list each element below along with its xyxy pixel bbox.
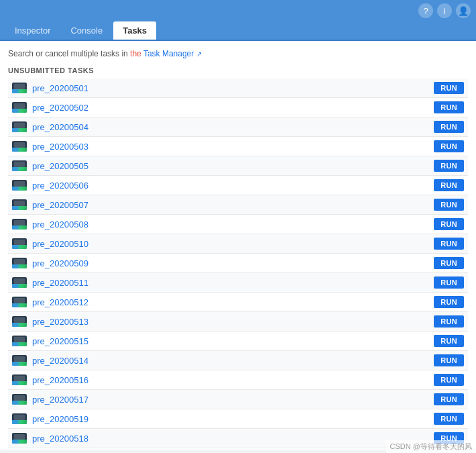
run-button[interactable]: RUN: [434, 315, 464, 328]
task-row: pre_20200516RUN: [8, 370, 468, 390]
task-name[interactable]: pre_20200516: [32, 375, 428, 385]
run-button[interactable]: RUN: [434, 218, 464, 230]
task-name[interactable]: pre_20200508: [32, 219, 428, 230]
task-thumbnail-icon: [12, 433, 27, 444]
task-manager-link[interactable]: Task Manager: [143, 49, 194, 58]
info-icon[interactable]: i: [437, 3, 452, 18]
info-the: the: [130, 49, 143, 58]
info-prefix: Search or cancel multiple tasks in: [8, 49, 128, 58]
task-thumbnail-icon: [12, 297, 27, 307]
task-name[interactable]: pre_20200506: [32, 181, 428, 191]
task-row: pre_20200501RUN: [8, 79, 468, 98]
task-thumbnail-icon: [12, 219, 27, 230]
task-name[interactable]: pre_20200517: [32, 395, 428, 405]
task-row: pre_20200513RUN: [8, 312, 468, 332]
task-thumbnail-icon: [12, 394, 27, 405]
run-button[interactable]: RUN: [434, 121, 464, 133]
run-button[interactable]: RUN: [434, 374, 464, 386]
main-content: Search or cancel multiple tasks in the T…: [0, 41, 476, 450]
task-row: pre_20200515RUN: [8, 332, 468, 351]
task-thumbnail-icon: [12, 316, 27, 327]
watermark: CSDN @等待看冬天的风: [386, 440, 476, 453]
task-thumbnail-icon: [12, 238, 27, 249]
task-name[interactable]: pre_20200505: [32, 161, 428, 171]
task-name[interactable]: pre_20200511: [32, 278, 428, 288]
task-name[interactable]: pre_20200504: [32, 122, 428, 132]
run-button[interactable]: RUN: [434, 160, 464, 172]
task-thumbnail-icon: [12, 258, 27, 268]
task-row: pre_20200510RUN: [8, 234, 468, 254]
run-button[interactable]: RUN: [434, 393, 464, 405]
task-thumbnail-icon: [12, 160, 27, 171]
task-row: pre_20200508RUN: [8, 215, 468, 234]
section-title: UNSUBMITTED TASKS: [8, 66, 468, 74]
run-button[interactable]: RUN: [434, 335, 464, 347]
task-name[interactable]: pre_20200509: [32, 258, 428, 268]
task-row: pre_20200514RUN: [8, 351, 468, 370]
task-thumbnail-icon: [12, 199, 27, 210]
task-row: pre_20200512RUN: [8, 293, 468, 312]
question-icon[interactable]: ?: [418, 3, 433, 18]
run-button[interactable]: RUN: [434, 199, 464, 211]
run-button[interactable]: RUN: [434, 82, 464, 94]
task-name[interactable]: pre_20200503: [32, 142, 428, 152]
run-button[interactable]: RUN: [434, 179, 464, 191]
task-thumbnail-icon: [12, 355, 27, 366]
task-thumbnail-icon: [12, 277, 27, 288]
run-button[interactable]: RUN: [434, 101, 464, 113]
task-name[interactable]: pre_20200513: [32, 317, 428, 327]
top-bar: ? i 👤: [0, 0, 476, 21]
tab-console[interactable]: Console: [61, 21, 112, 40]
task-thumbnail-icon: [12, 121, 27, 132]
task-row: pre_20200504RUN: [8, 117, 468, 137]
run-button[interactable]: RUN: [434, 257, 464, 269]
task-row: pre_20200503RUN: [8, 137, 468, 156]
task-name[interactable]: pre_20200501: [32, 83, 428, 93]
task-name[interactable]: pre_20200519: [32, 414, 428, 424]
task-thumbnail-icon: [12, 102, 27, 113]
external-link-icon: ↗: [196, 50, 202, 58]
task-row: pre_20200517RUN: [8, 390, 468, 409]
tab-tasks[interactable]: Tasks: [113, 21, 156, 40]
task-thumbnail-icon: [12, 374, 27, 385]
task-thumbnail-icon: [12, 141, 27, 152]
run-button[interactable]: RUN: [434, 413, 464, 425]
task-row: pre_20200507RUN: [8, 195, 468, 215]
task-name[interactable]: pre_20200515: [32, 336, 428, 346]
task-row: pre_20200502RUN: [8, 98, 468, 117]
task-row: pre_20200519RUN: [8, 409, 468, 429]
task-name[interactable]: pre_20200510: [32, 239, 428, 249]
user-icon[interactable]: 👤: [456, 3, 471, 18]
info-bar: Search or cancel multiple tasks in the T…: [8, 48, 468, 60]
task-name[interactable]: pre_20200502: [32, 103, 428, 113]
task-row: pre_20200506RUN: [8, 176, 468, 195]
task-name[interactable]: pre_20200514: [32, 356, 428, 366]
run-button[interactable]: RUN: [434, 140, 464, 152]
tab-bar: Inspector Console Tasks: [0, 21, 476, 41]
task-row: pre_20200511RUN: [8, 273, 468, 293]
run-button[interactable]: RUN: [434, 296, 464, 308]
run-button[interactable]: RUN: [434, 354, 464, 366]
task-thumbnail-icon: [12, 336, 27, 346]
task-row: pre_20200505RUN: [8, 156, 468, 176]
task-list: pre_20200501RUNpre_20200502RUNpre_202005…: [8, 79, 468, 448]
task-row: pre_20200509RUN: [8, 254, 468, 273]
task-name[interactable]: pre_20200518: [32, 434, 428, 444]
task-thumbnail-icon: [12, 83, 27, 93]
task-thumbnail-icon: [12, 413, 27, 424]
run-button[interactable]: RUN: [434, 276, 464, 289]
run-button[interactable]: RUN: [434, 238, 464, 250]
task-name[interactable]: pre_20200512: [32, 297, 428, 307]
task-name[interactable]: pre_20200507: [32, 200, 428, 210]
tab-inspector[interactable]: Inspector: [5, 21, 60, 40]
task-thumbnail-icon: [12, 180, 27, 191]
